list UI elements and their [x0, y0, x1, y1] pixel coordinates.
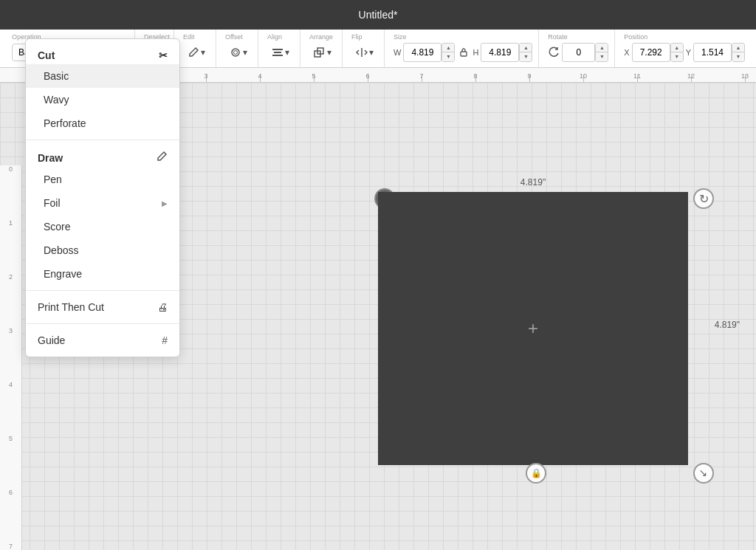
position-section: Position X ▲ ▼ Y ▲ ▼ [618, 30, 751, 67]
engrave-label: Engrave [44, 268, 82, 280]
cut-label: Cut [38, 49, 55, 61]
width-label: W [394, 48, 401, 57]
edit-icon [188, 47, 199, 58]
dimension-label-horizontal: 4.819" [520, 177, 546, 188]
align-section: Align ▾ [261, 30, 300, 67]
edit-label: Edit [183, 33, 195, 41]
draw-label: Draw [38, 152, 63, 164]
dimension-label-vertical: 4.819" [715, 320, 740, 330]
ruler-vertical: (function(){ const rv = document.getElem… [0, 165, 22, 550]
x-input[interactable] [632, 43, 670, 62]
guide-icon: # [162, 334, 168, 346]
height-down[interactable]: ▼ [520, 52, 532, 61]
foil-submenu-arrow: ▶ [162, 199, 168, 207]
rotate-label: Rotate [548, 33, 568, 41]
height-up[interactable]: ▲ [520, 44, 532, 52]
svg-rect-9 [461, 52, 467, 56]
arrange-label: Arrange [309, 33, 333, 41]
cut-icon: ✂ [159, 49, 168, 61]
flip-button[interactable]: ▾ [351, 44, 378, 61]
offset-icon [230, 47, 241, 58]
width-down[interactable]: ▼ [442, 52, 454, 61]
menu-item-guide[interactable]: Guide # [26, 329, 179, 352]
operation-dropdown: Cut ✂ Basic Wavy Perforate Draw Pen Foil… [25, 38, 180, 357]
menu-item-deboss[interactable]: Deboss [26, 238, 179, 262]
arrange-button[interactable]: ▾ [309, 44, 336, 61]
flip-label: Flip [351, 33, 362, 41]
lock-handle[interactable] [526, 463, 546, 484]
x-up[interactable]: ▲ [671, 44, 683, 52]
height-label: H [472, 48, 478, 57]
flip-section: Flip ▾ [346, 30, 385, 67]
align-button[interactable]: ▾ [267, 44, 294, 61]
pen-label: Pen [44, 173, 62, 185]
edit-arrow: ▾ [201, 47, 205, 58]
draw-icon [156, 151, 168, 165]
rotate-input[interactable] [562, 43, 595, 62]
align-label: Align [267, 33, 282, 41]
draw-section-header: Draw [26, 145, 179, 168]
y-down[interactable]: ▼ [732, 52, 744, 61]
flip-icon [356, 47, 368, 58]
height-input[interactable] [481, 43, 519, 62]
offset-section: Offset ▾ [219, 30, 258, 67]
wavy-label: Wavy [44, 94, 69, 106]
svg-point-2 [232, 49, 239, 56]
rotate-handle[interactable] [693, 188, 714, 209]
rotate-up[interactable]: ▲ [596, 44, 608, 52]
deboss-label: Deboss [44, 244, 78, 256]
x-label: X [624, 48, 629, 57]
size-label: Size [394, 33, 407, 41]
svg-rect-6 [272, 55, 283, 56]
divider-3 [26, 323, 179, 324]
size-section: Size W ▲ ▼ H ▲ ▼ [388, 30, 539, 67]
foil-label: Foil [44, 197, 61, 209]
title-bar: Untitled* [0, 0, 756, 30]
svg-rect-5 [274, 52, 281, 53]
size-lock-button[interactable] [457, 46, 470, 59]
position-label: Position [624, 33, 647, 41]
edit-section: Edit ▾ [177, 30, 216, 67]
perforate-label: Perforate [44, 117, 86, 129]
align-icon [272, 47, 284, 58]
shape-container[interactable]: 4.819" + 4.819" [363, 177, 703, 472]
print-then-cut-label: Print Then Cut [38, 301, 104, 313]
menu-item-score[interactable]: Score [26, 215, 179, 238]
divider-2 [26, 290, 179, 291]
arrange-icon [314, 47, 326, 58]
y-input[interactable] [693, 43, 732, 62]
width-up[interactable]: ▲ [442, 44, 454, 52]
offset-label: Offset [225, 33, 243, 41]
divider-1 [26, 140, 179, 140]
print-icon: 🖨 [157, 301, 168, 313]
svg-rect-4 [272, 49, 283, 50]
arrange-section: Arrange ▾ [303, 30, 343, 67]
menu-item-basic[interactable]: Basic [26, 64, 179, 88]
edit-button[interactable]: ▾ [183, 44, 210, 61]
menu-item-perforate[interactable]: Perforate [26, 111, 179, 135]
shape-rectangle[interactable]: + [378, 192, 688, 465]
rotate-icon [548, 47, 560, 58]
y-label: Y [686, 48, 691, 57]
width-input[interactable] [403, 43, 441, 62]
resize-handle[interactable] [693, 463, 714, 484]
menu-item-foil[interactable]: Foil ▶ [26, 191, 179, 215]
menu-item-pen[interactable]: Pen [26, 168, 179, 191]
center-crosshair: + [528, 318, 538, 339]
lock-icon [458, 47, 469, 58]
y-up[interactable]: ▲ [732, 44, 744, 52]
menu-item-wavy[interactable]: Wavy [26, 88, 179, 111]
score-label: Score [44, 221, 71, 233]
cut-section-header: Cut ✂ [26, 44, 179, 64]
rotate-section: Rotate ▲ ▼ [542, 30, 615, 67]
offset-button[interactable]: ▾ [225, 44, 252, 61]
rotate-down[interactable]: ▼ [596, 52, 608, 61]
menu-item-engrave[interactable]: Engrave [26, 262, 179, 286]
basic-label: Basic [44, 70, 69, 82]
guide-label: Guide [38, 334, 65, 346]
x-down[interactable]: ▼ [671, 52, 683, 61]
app-title: Untitled* [359, 9, 398, 21]
menu-item-print-then-cut[interactable]: Print Then Cut 🖨 [26, 295, 179, 319]
svg-point-3 [234, 50, 238, 54]
